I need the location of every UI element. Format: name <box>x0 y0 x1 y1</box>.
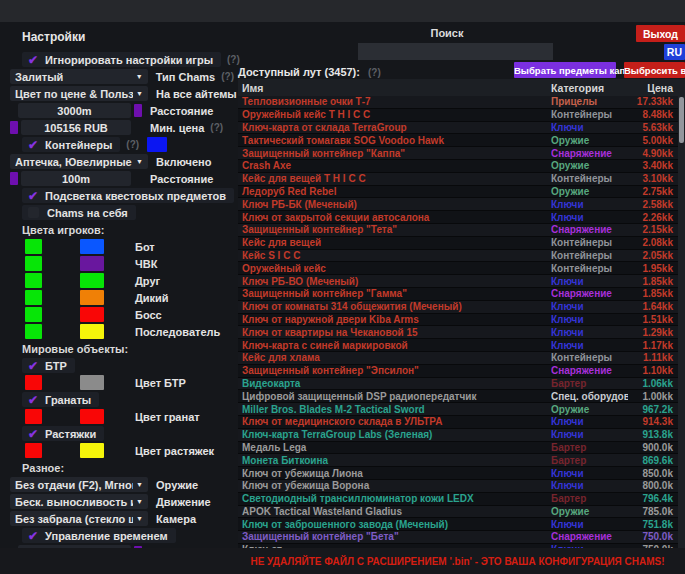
column-header-price[interactable]: Цена <box>628 82 673 94</box>
column-header-name[interactable]: Имя <box>238 82 551 94</box>
checkmark-icon[interactable]: ✔ <box>28 394 38 406</box>
color-swatch-secondary[interactable] <box>80 409 104 424</box>
table-row[interactable]: ВидеокартаБартер1.06kk <box>238 378 685 391</box>
drop-all-button[interactable]: Выбросить все <box>624 62 685 78</box>
color-swatch-secondary[interactable] <box>80 307 104 322</box>
checkbox-row[interactable]: ✔Растяжки <box>22 426 104 441</box>
color-swatch[interactable] <box>10 121 18 134</box>
checkbox-unchecked[interactable] <box>28 207 39 218</box>
table-row[interactable]: APOK Tactical Wasteland GladiusОружие785… <box>238 506 685 519</box>
table-row[interactable]: Кейс для вещей T H I C CКонтейнеры3.10kk <box>238 173 685 186</box>
table-row[interactable]: Кейс S I C CКонтейнеры2.05kk <box>238 250 685 263</box>
table-row[interactable]: Ключ РБ-ВО (Меченый)Ключи1.85kk <box>238 275 685 288</box>
table-row[interactable]: Crash AxeОружие3.40kk <box>238 160 685 173</box>
table-row[interactable]: Оружейный кейс T H I C CКонтейнеры8.48kk <box>238 109 685 122</box>
dropdown[interactable]: Без забрала (стекло шлема)▼ <box>10 511 148 526</box>
text-input[interactable] <box>18 103 131 118</box>
color-swatch-secondary[interactable] <box>80 375 104 390</box>
language-button[interactable]: RU <box>664 44 685 60</box>
checkmark-icon[interactable]: ✔ <box>28 530 38 542</box>
color-swatch-secondary[interactable] <box>80 256 104 271</box>
color-swatch-primary[interactable] <box>25 443 42 458</box>
color-swatch-secondary[interactable] <box>80 239 104 254</box>
help-hint[interactable]: (?) <box>221 71 234 82</box>
table-row[interactable]: Miller Bros. Blades M-2 Tactical SwordОр… <box>238 403 685 416</box>
help-hint[interactable]: (?) <box>210 122 223 133</box>
dropdown[interactable]: Аптечка, Ювелирные и...▼ <box>10 154 148 169</box>
checkmark-icon[interactable]: ✔ <box>28 54 38 66</box>
dropdown[interactable]: Беск. выносливость и нет уста▼ <box>10 494 148 509</box>
table-row[interactable]: Ключ от комнаты 314 общежития (Меченый)К… <box>238 301 685 314</box>
table-row[interactable]: Ледоруб Red RebelОружие2.75kk <box>238 186 685 199</box>
table-row[interactable]: Светодиодный трансиллюминатор кожи LEDXБ… <box>238 493 685 506</box>
color-swatch-primary[interactable] <box>25 324 42 339</box>
table-row[interactable]: Защищенный контейнер "Гамма"Снаряжение1.… <box>238 288 685 301</box>
color-swatch-primary[interactable] <box>25 290 42 305</box>
table-row[interactable]: Ключ от закрытой секции автосалонаКлючи2… <box>238 211 685 224</box>
select-kappa-items-button[interactable]: Выбрать предметы каппа <box>514 62 616 78</box>
color-swatch-primary[interactable] <box>25 375 42 390</box>
checkbox-row[interactable]: ✔Контейнеры <box>22 137 120 152</box>
dropdown[interactable]: Цвет по цене & Пользователь▼ <box>10 86 148 101</box>
color-swatch-primary[interactable] <box>25 409 42 424</box>
text-input[interactable] <box>21 120 131 135</box>
table-row[interactable]: Ключ-карта TerraGroup Labs (Зеленая)Ключ… <box>238 429 685 442</box>
table-row[interactable]: Ключ-карта от склада TerraGroupКлючи5.63… <box>238 122 685 135</box>
checkmark-icon[interactable]: ✔ <box>28 190 38 202</box>
table-row[interactable]: Ключ от убежища ВоронаКлючи800.0k <box>238 480 685 493</box>
table-row[interactable]: Оружейный кейсКонтейнеры1.95kk <box>238 262 685 275</box>
table-row[interactable]: Защищенный контейнер "Бета"Снаряжение750… <box>238 531 685 544</box>
color-swatch-secondary[interactable] <box>80 273 104 288</box>
checkmark-icon[interactable]: ✔ <box>28 139 38 151</box>
color-swatch-primary[interactable] <box>25 307 42 322</box>
column-header-category[interactable]: Категория <box>551 82 628 94</box>
exit-button[interactable]: Выход <box>636 25 685 42</box>
dropdown[interactable]: Залитый▼ <box>10 69 148 84</box>
item-price: 967.2k <box>628 404 673 415</box>
color-swatch[interactable] <box>134 104 142 117</box>
search-input[interactable] <box>358 43 553 60</box>
checkbox-row[interactable]: ✔Подсветка квестовых предметов <box>22 188 234 203</box>
help-hint[interactable]: (?) <box>126 139 139 150</box>
color-swatch-secondary[interactable] <box>80 290 104 305</box>
checkbox-row[interactable]: Chams на себя <box>22 205 136 220</box>
checkbox-row[interactable]: ✔Гранаты <box>22 392 99 407</box>
table-row[interactable]: Защищенный контейнер "Эпсилон"Снаряжение… <box>238 365 685 378</box>
table-row[interactable]: Ключ РБ-БК (Меченый)Ключи2.58kk <box>238 198 685 211</box>
window-titlebar[interactable] <box>0 0 685 22</box>
table-row[interactable]: Защищенный контейнер "Тета"Снаряжение2.1… <box>238 224 685 237</box>
table-row[interactable]: Защищенный контейнер "Каппа"Снаряжение4.… <box>238 147 685 160</box>
item-price: 913.8k <box>628 429 673 440</box>
text-input[interactable] <box>21 171 131 186</box>
table-row[interactable]: Тепловизионные очки Т-7Прицелы17.33kk <box>238 96 685 109</box>
color-swatch-secondary[interactable] <box>80 443 104 458</box>
table-row[interactable]: Ключ от квартиры на Чекановой 15Ключи1.2… <box>238 326 685 339</box>
color-swatch-primary[interactable] <box>25 256 42 271</box>
table-row[interactable]: Цифровой защищенный DSP радиопередатчикС… <box>238 390 685 403</box>
help-hint[interactable]: (?) <box>368 67 381 78</box>
table-row[interactable]: Ключ-карта с синей маркировкойКлючи1.17k… <box>238 339 685 352</box>
checkbox-row[interactable]: ✔Игнорировать настройки игры <box>22 52 221 67</box>
item-category: Снаряжение <box>551 531 628 542</box>
table-row[interactable]: Ключ от медицинского склада в УЛЬТРАКлюч… <box>238 416 685 429</box>
table-row[interactable]: Кейс для хламаКонтейнеры1.11kk <box>238 352 685 365</box>
checkmark-icon[interactable]: ✔ <box>28 360 38 372</box>
color-swatch-secondary[interactable] <box>80 324 104 339</box>
scrollbar-thumb[interactable] <box>679 97 684 143</box>
color-swatch-primary[interactable] <box>25 239 42 254</box>
checkmark-icon[interactable]: ✔ <box>28 428 38 440</box>
dropdown[interactable]: Без отдачи (F2), Мгновенное п▼ <box>10 477 148 492</box>
table-row[interactable]: Тактический томагавк SOG Voodoo HawkОруж… <box>238 134 685 147</box>
color-swatch-primary[interactable] <box>25 273 42 288</box>
table-row[interactable]: Ключ от наружной двери Kiba ArmsКлючи1.5… <box>238 314 685 327</box>
table-row[interactable]: Кейс для вещейКонтейнеры2.08kk <box>238 237 685 250</box>
table-row[interactable]: Медаль LegaБартер900.0k <box>238 442 685 455</box>
color-swatch[interactable] <box>10 172 18 185</box>
table-row[interactable]: Монета БиткоинаБартер869.6k <box>238 454 685 467</box>
table-row[interactable]: Ключ от убежища ЛионаКлючи850.0k <box>238 467 685 480</box>
checkbox-row[interactable]: ✔Управление временем <box>22 528 176 543</box>
table-row[interactable]: Ключ от заброшенного завода (Меченый)Клю… <box>238 518 685 531</box>
scrollbar[interactable] <box>678 96 685 548</box>
color-swatch[interactable] <box>147 137 167 152</box>
checkbox-row[interactable]: ✔БТР <box>22 358 75 373</box>
